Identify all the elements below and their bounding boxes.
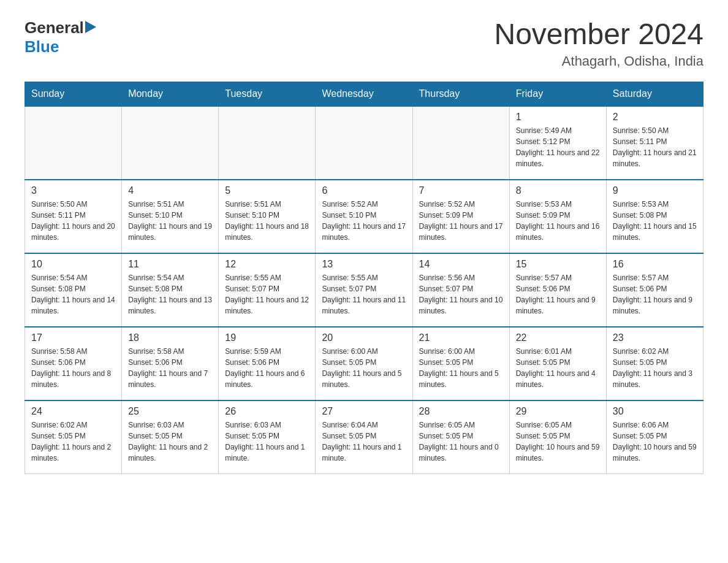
day-number: 7	[419, 185, 503, 196]
day-number: 8	[516, 185, 600, 196]
day-info: Sunrise: 5:55 AMSunset: 5:07 PMDaylight:…	[225, 272, 309, 316]
day-info: Sunrise: 5:56 AMSunset: 5:07 PMDaylight:…	[419, 272, 503, 316]
day-info: Sunrise: 6:05 AMSunset: 5:05 PMDaylight:…	[419, 419, 503, 464]
calendar-cell-w2-d3: 5Sunrise: 5:51 AMSunset: 5:10 PMDaylight…	[219, 180, 316, 253]
day-info: Sunrise: 5:55 AMSunset: 5:07 PMDaylight:…	[322, 272, 406, 316]
calendar-cell-w3-d6: 15Sunrise: 5:57 AMSunset: 5:06 PMDayligh…	[509, 253, 606, 327]
day-info: Sunrise: 5:51 AMSunset: 5:10 PMDaylight:…	[225, 199, 309, 243]
day-number: 16	[613, 259, 697, 270]
week-row-3: 10Sunrise: 5:54 AMSunset: 5:08 PMDayligh…	[25, 253, 703, 327]
header-monday: Monday	[122, 82, 219, 106]
day-info: Sunrise: 6:00 AMSunset: 5:05 PMDaylight:…	[419, 346, 503, 390]
header-friday: Friday	[509, 82, 606, 106]
day-number: 26	[225, 406, 309, 417]
calendar-cell-w4-d7: 23Sunrise: 6:02 AMSunset: 5:05 PMDayligh…	[606, 327, 703, 400]
day-info: Sunrise: 6:05 AMSunset: 5:05 PMDaylight:…	[516, 419, 600, 464]
day-number: 28	[419, 406, 503, 417]
logo-blue-text: Blue	[25, 37, 59, 56]
day-info: Sunrise: 5:57 AMSunset: 5:06 PMDaylight:…	[516, 272, 600, 316]
day-number: 12	[225, 259, 309, 270]
logo-general-text: General	[25, 18, 84, 37]
day-number: 22	[516, 332, 600, 343]
day-info: Sunrise: 6:02 AMSunset: 5:05 PMDaylight:…	[613, 346, 697, 390]
calendar-cell-w4-d3: 19Sunrise: 5:59 AMSunset: 5:06 PMDayligh…	[219, 327, 316, 400]
header-wednesday: Wednesday	[316, 82, 412, 106]
week-row-1: 1Sunrise: 5:49 AMSunset: 5:12 PMDaylight…	[25, 106, 703, 180]
calendar-cell-w1-d5	[412, 106, 509, 180]
calendar-title: November 2024	[494, 18, 703, 51]
calendar-cell-w1-d7: 2Sunrise: 5:50 AMSunset: 5:11 PMDaylight…	[606, 106, 703, 180]
day-info: Sunrise: 5:54 AMSunset: 5:08 PMDaylight:…	[31, 272, 115, 316]
calendar-cell-w3-d1: 10Sunrise: 5:54 AMSunset: 5:08 PMDayligh…	[25, 253, 122, 327]
calendar-cell-w2-d5: 7Sunrise: 5:52 AMSunset: 5:09 PMDaylight…	[412, 180, 509, 253]
calendar-cell-w4-d5: 21Sunrise: 6:00 AMSunset: 5:05 PMDayligh…	[412, 327, 509, 400]
week-row-4: 17Sunrise: 5:58 AMSunset: 5:06 PMDayligh…	[25, 327, 703, 400]
calendar-cell-w5-d3: 26Sunrise: 6:03 AMSunset: 5:05 PMDayligh…	[219, 400, 316, 474]
day-number: 9	[613, 185, 697, 196]
header-tuesday: Tuesday	[219, 82, 316, 106]
day-number: 13	[322, 259, 406, 270]
calendar-cell-w1-d3	[219, 106, 316, 180]
calendar-cell-w3-d4: 13Sunrise: 5:55 AMSunset: 5:07 PMDayligh…	[316, 253, 412, 327]
day-number: 24	[31, 406, 115, 417]
calendar-cell-w2-d2: 4Sunrise: 5:51 AMSunset: 5:10 PMDaylight…	[122, 180, 219, 253]
svg-marker-0	[85, 21, 96, 33]
calendar-cell-w5-d6: 29Sunrise: 6:05 AMSunset: 5:05 PMDayligh…	[509, 400, 606, 474]
calendar-cell-w1-d2	[122, 106, 219, 180]
calendar-cell-w2-d1: 3Sunrise: 5:50 AMSunset: 5:11 PMDaylight…	[25, 180, 122, 253]
day-number: 30	[613, 406, 697, 417]
day-info: Sunrise: 5:51 AMSunset: 5:10 PMDaylight:…	[128, 199, 212, 243]
week-row-5: 24Sunrise: 6:02 AMSunset: 5:05 PMDayligh…	[25, 400, 703, 474]
day-number: 14	[419, 259, 503, 270]
day-number: 10	[31, 259, 115, 270]
day-number: 29	[516, 406, 600, 417]
calendar-cell-w2-d7: 9Sunrise: 5:53 AMSunset: 5:08 PMDaylight…	[606, 180, 703, 253]
day-info: Sunrise: 6:03 AMSunset: 5:05 PMDaylight:…	[225, 419, 309, 464]
day-number: 6	[322, 185, 406, 196]
page-header: General Blue November 2024 Athagarh, Odi…	[25, 18, 703, 69]
day-info: Sunrise: 5:57 AMSunset: 5:06 PMDaylight:…	[613, 272, 697, 316]
day-info: Sunrise: 6:02 AMSunset: 5:05 PMDaylight:…	[31, 419, 115, 464]
day-info: Sunrise: 6:01 AMSunset: 5:05 PMDaylight:…	[516, 346, 600, 390]
day-info: Sunrise: 5:49 AMSunset: 5:12 PMDaylight:…	[516, 125, 600, 169]
calendar-cell-w4-d6: 22Sunrise: 6:01 AMSunset: 5:05 PMDayligh…	[509, 327, 606, 400]
header-thursday: Thursday	[412, 82, 509, 106]
calendar-cell-w4-d2: 18Sunrise: 5:58 AMSunset: 5:06 PMDayligh…	[122, 327, 219, 400]
calendar-cell-w5-d2: 25Sunrise: 6:03 AMSunset: 5:05 PMDayligh…	[122, 400, 219, 474]
calendar-cell-w3-d3: 12Sunrise: 5:55 AMSunset: 5:07 PMDayligh…	[219, 253, 316, 327]
calendar-cell-w3-d2: 11Sunrise: 5:54 AMSunset: 5:08 PMDayligh…	[122, 253, 219, 327]
day-number: 21	[419, 332, 503, 343]
day-number: 19	[225, 332, 309, 343]
week-row-2: 3Sunrise: 5:50 AMSunset: 5:11 PMDaylight…	[25, 180, 703, 253]
day-number: 25	[128, 406, 212, 417]
day-info: Sunrise: 5:52 AMSunset: 5:10 PMDaylight:…	[322, 199, 406, 243]
calendar-table: Sunday Monday Tuesday Wednesday Thursday…	[25, 82, 703, 475]
calendar-cell-w3-d7: 16Sunrise: 5:57 AMSunset: 5:06 PMDayligh…	[606, 253, 703, 327]
calendar-cell-w3-d5: 14Sunrise: 5:56 AMSunset: 5:07 PMDayligh…	[412, 253, 509, 327]
calendar-cell-w4-d4: 20Sunrise: 6:00 AMSunset: 5:05 PMDayligh…	[316, 327, 412, 400]
day-info: Sunrise: 5:53 AMSunset: 5:08 PMDaylight:…	[613, 199, 697, 243]
day-info: Sunrise: 5:53 AMSunset: 5:09 PMDaylight:…	[516, 199, 600, 243]
calendar-cell-w1-d4	[316, 106, 412, 180]
calendar-cell-w5-d7: 30Sunrise: 6:06 AMSunset: 5:05 PMDayligh…	[606, 400, 703, 474]
day-number: 11	[128, 259, 212, 270]
day-info: Sunrise: 5:54 AMSunset: 5:08 PMDaylight:…	[128, 272, 212, 316]
calendar-cell-w1-d6: 1Sunrise: 5:49 AMSunset: 5:12 PMDaylight…	[509, 106, 606, 180]
calendar-cell-w4-d1: 17Sunrise: 5:58 AMSunset: 5:06 PMDayligh…	[25, 327, 122, 400]
day-info: Sunrise: 6:04 AMSunset: 5:05 PMDaylight:…	[322, 419, 406, 464]
calendar-cell-w5-d5: 28Sunrise: 6:05 AMSunset: 5:05 PMDayligh…	[412, 400, 509, 474]
calendar-cell-w1-d1	[25, 106, 122, 180]
day-number: 20	[322, 332, 406, 343]
day-number: 17	[31, 332, 115, 343]
day-info: Sunrise: 6:06 AMSunset: 5:05 PMDaylight:…	[613, 419, 697, 464]
day-number: 2	[613, 112, 697, 123]
calendar-subtitle: Athagarh, Odisha, India	[494, 53, 703, 69]
day-info: Sunrise: 5:52 AMSunset: 5:09 PMDaylight:…	[419, 199, 503, 243]
day-info: Sunrise: 6:03 AMSunset: 5:05 PMDaylight:…	[128, 419, 212, 464]
day-number: 23	[613, 332, 697, 343]
header-sunday: Sunday	[25, 82, 122, 106]
calendar-title-area: November 2024 Athagarh, Odisha, India	[494, 18, 703, 69]
logo-triangle-icon	[85, 21, 96, 33]
header-saturday: Saturday	[606, 82, 703, 106]
day-info: Sunrise: 5:50 AMSunset: 5:11 PMDaylight:…	[31, 199, 115, 243]
